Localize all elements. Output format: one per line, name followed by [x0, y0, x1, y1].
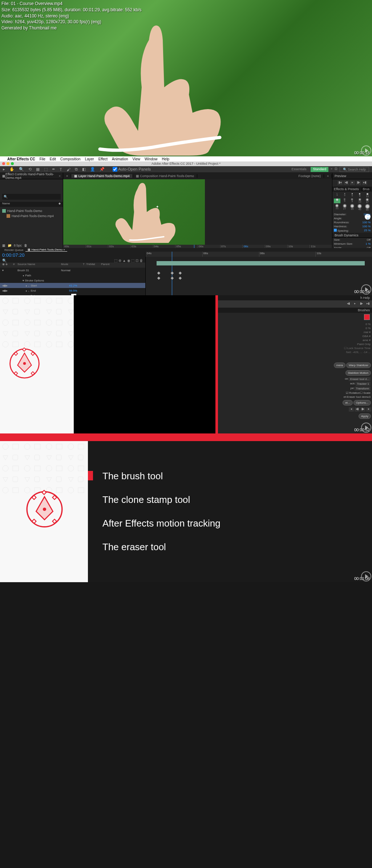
brushes-header[interactable]: Brushes [218, 308, 372, 313]
eraser-tool-icon[interactable]: ◧ [82, 167, 86, 172]
brush-preset[interactable]: 27 [341, 204, 348, 211]
render-queue-tab[interactable]: Render Queue [2, 248, 25, 252]
folder-icon[interactable]: 📁 [8, 244, 12, 247]
roto-tool-icon[interactable]: 👤 [90, 167, 95, 172]
viewer-menu-icon[interactable]: » [324, 174, 332, 178]
effects-presets-header[interactable]: Effects & PresetsBrus [332, 187, 372, 192]
brush-preset[interactable]: 13 [356, 199, 363, 203]
traffic-lights[interactable] [2, 162, 14, 165]
apply-btn[interactable]: Apply [359, 413, 371, 419]
brush-preset[interactable]: 17 [364, 199, 371, 203]
warp-btn[interactable]: Warp Stabilizer [346, 363, 371, 368]
workspace-standard[interactable]: Standard [311, 167, 328, 172]
rotate-tool-icon[interactable]: ⟲ [28, 167, 32, 172]
clone-tool-icon[interactable]: ⧉ [75, 167, 78, 172]
brush-preset[interactable]: 9 [356, 193, 363, 197]
project-item-folder[interactable]: Hand-Paint-Tools-Demo [2, 208, 61, 213]
brush-preset[interactable]: 19 [334, 199, 340, 203]
menu-window[interactable]: Window [145, 157, 158, 161]
brush-preset[interactable]: 5 [341, 199, 348, 203]
track-dropdown[interactable]: Tracker 1 [356, 382, 371, 386]
zoom-tool-icon[interactable]: 🔍 [19, 167, 24, 172]
viewer-tab-comp[interactable]: ▦ Composition Hand-Paint-Tools-Demo [133, 174, 197, 178]
keyframe[interactable] [179, 277, 182, 280]
bpc-toggle[interactable]: 8 bpc [14, 244, 22, 247]
keyframe[interactable] [171, 277, 174, 280]
first-frame-icon[interactable]: ▮◂ [337, 181, 343, 185]
prop-path[interactable]: ⬥ Path [0, 273, 145, 278]
prev-icon[interactable]: ◂▮ [346, 302, 351, 306]
spacing-value[interactable]: 25 % [364, 229, 371, 232]
fg-swatch-red[interactable] [364, 314, 370, 320]
minsize-value[interactable]: 1 % [365, 242, 371, 245]
prev-frame-icon[interactable]: ◂▮ [344, 181, 349, 185]
hardness-value[interactable]: 100 % [362, 225, 371, 228]
layer-bar[interactable] [157, 261, 365, 265]
analyze-fwd1-icon[interactable]: ▮▸ [360, 407, 365, 412]
prop-stroke-options[interactable]: ▾ Stroke Options [0, 278, 145, 283]
anchor-icon[interactable]: ✦ [156, 205, 159, 209]
layer-viewer[interactable]: ✦ [63, 179, 332, 245]
next-icon[interactable]: ▮▸ [359, 302, 364, 306]
pen-tool-icon[interactable]: ✒ [52, 167, 55, 172]
project-search[interactable] [2, 194, 61, 200]
brush-preset[interactable]: 1 [334, 193, 340, 197]
workspace-essentials[interactable]: Essentials [289, 167, 308, 172]
analyze-back1-icon[interactable]: ◂▮ [355, 407, 360, 412]
menu-effect[interactable]: Effect [98, 157, 108, 161]
layer-brush[interactable]: ▾ Brush 31Normal [0, 268, 145, 273]
next-frame-icon[interactable]: ▮▸ [356, 181, 361, 185]
ae-toolbar[interactable]: ▸ ✋ 🔍 ⟲ ▦ ⬚ ✒ T 🖌 ⧉ ◧ 👤 📌 Auto-Open Pane… [0, 166, 372, 173]
brush-preset[interactable]: 13 [364, 193, 371, 197]
diameter-value[interactable]: 19 px [363, 213, 371, 216]
col-name[interactable]: Name [2, 202, 10, 207]
viewer-tab-layer[interactable]: ▦ Layer Hand-Paint-Tools-Demo.mp4 [71, 174, 133, 178]
camera-tool-icon[interactable]: ▦ [36, 167, 40, 172]
play-icon[interactable]: ▸ [350, 181, 355, 185]
brush-preset[interactable]: 21 [334, 204, 340, 211]
brush-tool-icon[interactable]: 🖌 [66, 167, 70, 172]
play-icon[interactable]: ▸ [352, 302, 357, 306]
viewer-tab-none[interactable]: × [63, 174, 71, 178]
brush-preset[interactable]: 9 [349, 199, 356, 203]
analyze-back-icon[interactable]: ◂ [349, 407, 354, 412]
spacing-checkbox[interactable] [334, 229, 337, 232]
current-timecode[interactable]: 0:00:07:20 [0, 252, 145, 259]
menu-file[interactable]: File [40, 157, 45, 161]
puppet-tool-icon[interactable]: 📌 [100, 167, 105, 172]
rotation-checkbox[interactable]: ☑ Rotation [346, 391, 360, 395]
menu-view[interactable]: View [133, 157, 141, 161]
text-tool-icon[interactable]: T [60, 167, 62, 172]
workspace-menu-icon[interactable]: ⊡ [335, 167, 337, 172]
trash-icon[interactable]: 🗑 [24, 244, 27, 247]
auto-open-checkbox[interactable]: Auto-Open Panels [113, 167, 151, 172]
prop-end[interactable]: ◂◉▸⬥ ▹ End59.5% [0, 288, 145, 293]
brush-preset[interactable]: 35 [349, 204, 356, 211]
effect-controls-tab[interactable]: ▦ Effect Controls Hand-Paint-Tools-Demo.… [0, 173, 63, 179]
camera-btn[interactable]: mera [334, 363, 345, 368]
options-btn[interactable]: Options... [353, 400, 371, 405]
keyframe[interactable] [171, 272, 174, 275]
menu-animation[interactable]: Animation [112, 157, 128, 161]
brush-preset[interactable]: 3 [341, 193, 348, 197]
preview-tab[interactable]: Preview [332, 173, 372, 179]
interpret-icon[interactable]: ▦ [2, 244, 5, 247]
edit-target-btn[interactable]: et... [343, 400, 352, 405]
pan-tool-icon[interactable]: ⬚ [44, 167, 48, 172]
size-dropdown[interactable]: Off [367, 238, 371, 241]
menu-app[interactable]: After Effects CC [7, 157, 35, 161]
last-frame-icon[interactable]: ▸▮ [362, 181, 367, 185]
menu-layer[interactable]: Layer [85, 157, 94, 161]
keyframe[interactable] [179, 272, 182, 275]
help-menu[interactable]: h Help [218, 295, 372, 300]
angle-value[interactable]: 0 ° [367, 217, 371, 220]
analyze-fwd-icon[interactable]: ▸ [366, 407, 371, 412]
menu-edit[interactable]: Edit [50, 157, 56, 161]
type-dropdown[interactable]: Transform [355, 387, 371, 391]
brush-preset[interactable]: 5 [349, 193, 356, 197]
viewer-footage[interactable]: Footage (none) [295, 174, 324, 178]
project-item-footage[interactable]: Hand-Paint-Tools-Demo.mp4 [2, 213, 61, 219]
keyframe[interactable] [157, 272, 160, 275]
brush-preset[interactable]: 45 [356, 204, 363, 211]
roundness-value[interactable]: 100 % [362, 221, 371, 224]
